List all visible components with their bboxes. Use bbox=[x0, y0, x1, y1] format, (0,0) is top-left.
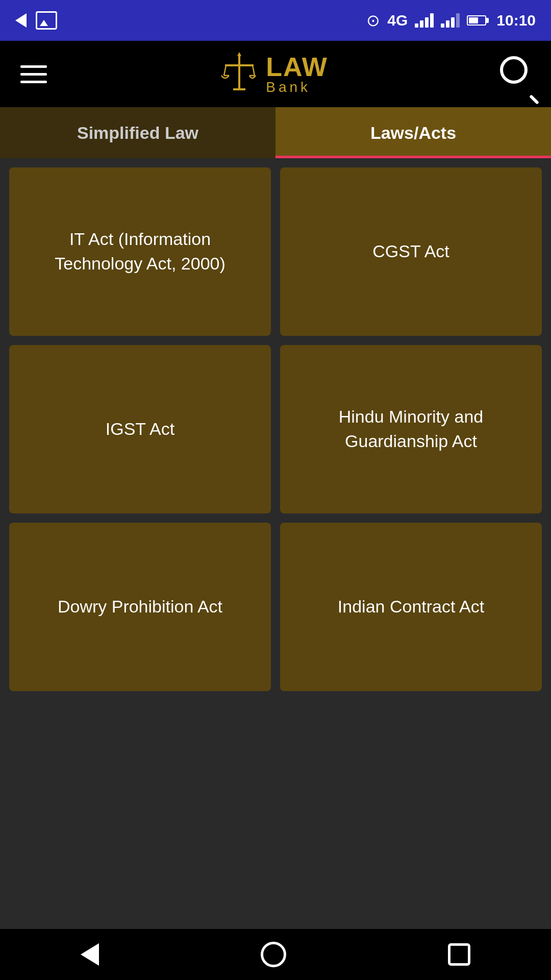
logo-bank: Bank bbox=[266, 80, 311, 94]
svg-marker-1 bbox=[237, 52, 241, 56]
search-button[interactable] bbox=[500, 56, 531, 92]
list-item[interactable]: IGST Act bbox=[9, 345, 271, 513]
svg-line-5 bbox=[253, 65, 255, 76]
hamburger-line-3 bbox=[20, 81, 47, 83]
grid-item-label: Hindu Minority and Guardianship Act bbox=[295, 405, 527, 453]
logo-text: LAW Bank bbox=[266, 54, 328, 94]
grid-item-label: CGST Act bbox=[372, 239, 449, 264]
grid-item-label: IT Act (Information Technology Act, 2000… bbox=[24, 227, 256, 276]
back-arrow-icon bbox=[15, 13, 27, 28]
list-item[interactable]: IT Act (Information Technology Act, 2000… bbox=[9, 167, 271, 336]
scales-icon bbox=[219, 51, 260, 97]
status-bar-left bbox=[15, 11, 57, 30]
tab-laws-acts[interactable]: Laws/Acts bbox=[276, 107, 551, 158]
time-label: 10:10 bbox=[496, 12, 536, 29]
bottom-nav bbox=[0, 929, 551, 980]
signal-bars-1 bbox=[415, 13, 434, 28]
logo-law: LAW bbox=[266, 54, 328, 80]
app-logo: LAW Bank bbox=[219, 51, 328, 97]
network-label: 4G bbox=[387, 12, 408, 29]
hamburger-menu-button[interactable] bbox=[20, 65, 47, 83]
laws-grid: IT Act (Information Technology Act, 2000… bbox=[0, 158, 551, 700]
status-bar: ⊙ 4G 10:10 bbox=[0, 0, 551, 41]
grid-item-label: Dowry Prohibition Act bbox=[58, 595, 222, 619]
signal-bars-2 bbox=[441, 13, 460, 28]
list-item[interactable]: Dowry Prohibition Act bbox=[9, 523, 271, 691]
content-area: IT Act (Information Technology Act, 2000… bbox=[0, 158, 551, 929]
grid-item-label: Indian Contract Act bbox=[338, 595, 484, 619]
nav-recent-button[interactable] bbox=[448, 943, 470, 966]
tab-simplified-law[interactable]: Simplified Law bbox=[0, 107, 276, 158]
hotspot-icon: ⊙ bbox=[366, 11, 380, 30]
nav-back-button[interactable] bbox=[81, 943, 99, 966]
image-icon bbox=[36, 11, 57, 30]
battery-icon bbox=[467, 15, 486, 26]
status-bar-right: ⊙ 4G 10:10 bbox=[366, 11, 536, 30]
svg-line-3 bbox=[224, 65, 226, 76]
grid-item-label: IGST Act bbox=[106, 417, 174, 442]
list-item[interactable]: Hindu Minority and Guardianship Act bbox=[280, 345, 542, 513]
hamburger-line-1 bbox=[20, 65, 47, 68]
nav-home-button[interactable] bbox=[261, 942, 286, 967]
list-item[interactable]: Indian Contract Act bbox=[280, 523, 542, 691]
search-handle-icon bbox=[529, 94, 539, 105]
app-bar: LAW Bank bbox=[0, 41, 551, 107]
hamburger-line-2 bbox=[20, 73, 47, 76]
list-item[interactable]: CGST Act bbox=[280, 167, 542, 336]
search-circle-icon bbox=[500, 56, 528, 84]
tabs-container: Simplified Law Laws/Acts bbox=[0, 107, 551, 158]
